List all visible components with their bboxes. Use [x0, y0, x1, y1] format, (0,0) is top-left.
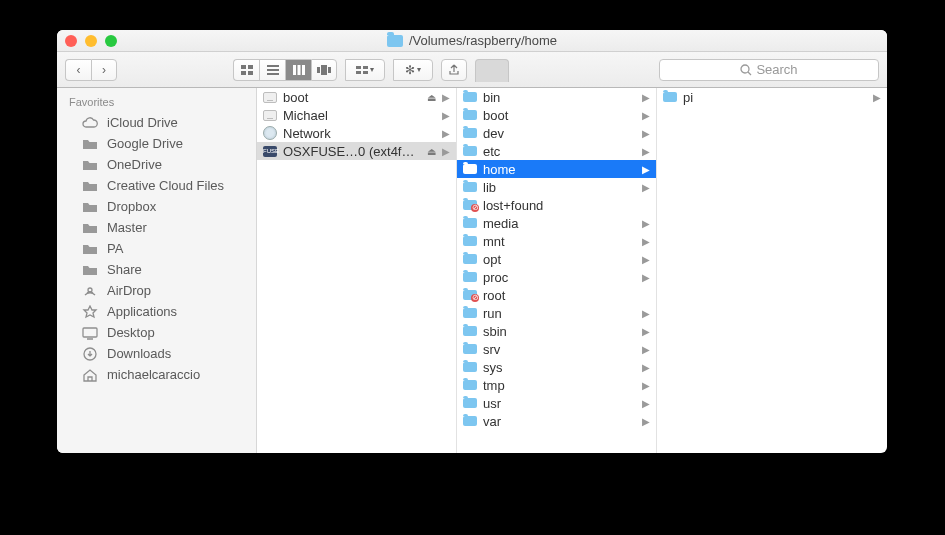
file-row[interactable]: proc▶	[457, 268, 656, 286]
window-controls	[65, 35, 117, 47]
fuse-icon: FUSE	[263, 146, 277, 157]
file-row[interactable]: etc▶	[457, 142, 656, 160]
tags-button[interactable]	[475, 59, 509, 82]
file-row[interactable]: run▶	[457, 304, 656, 322]
folder-icon	[463, 416, 477, 426]
close-button[interactable]	[65, 35, 77, 47]
sidebar-item-label: PA	[107, 241, 123, 256]
file-row[interactable]: home▶	[457, 160, 656, 178]
sidebar-item-icloud-drive[interactable]: iCloud Drive	[57, 112, 256, 133]
svg-rect-14	[363, 66, 368, 69]
file-label: pi	[683, 90, 867, 105]
toolbar: ‹ › ▾ ✻▾ Search	[57, 52, 887, 88]
file-row[interactable]: lib▶	[457, 178, 656, 196]
folder-icon	[663, 92, 677, 102]
view-icon-button[interactable]	[233, 59, 259, 81]
sidebar-section-header: Favorites	[57, 94, 256, 112]
chevron-right-icon: ▶	[642, 182, 650, 193]
sidebar-item-google-drive[interactable]: Google Drive	[57, 133, 256, 154]
chevron-right-icon: ▶	[642, 380, 650, 391]
folder-icon	[81, 221, 99, 235]
apps-icon	[81, 305, 99, 319]
eject-icon[interactable]: ⏏	[427, 146, 436, 157]
chevron-right-icon: ▶	[642, 326, 650, 337]
svg-rect-6	[267, 73, 279, 75]
sidebar-item-desktop[interactable]: Desktop	[57, 322, 256, 343]
svg-rect-15	[356, 71, 361, 74]
sidebar-item-label: OneDrive	[107, 157, 162, 172]
svg-rect-8	[297, 65, 300, 75]
file-row[interactable]: root	[457, 286, 656, 304]
file-label: sbin	[483, 324, 636, 339]
share-button[interactable]	[441, 59, 467, 81]
chevron-right-icon: ▶	[873, 92, 881, 103]
file-row[interactable]: dev▶	[457, 124, 656, 142]
desktop-icon	[81, 326, 99, 340]
sidebar: Favorites iCloud DriveGoogle DriveOneDri…	[57, 88, 257, 453]
file-row[interactable]: srv▶	[457, 340, 656, 358]
file-row[interactable]: opt▶	[457, 250, 656, 268]
file-row[interactable]: boot▶	[457, 106, 656, 124]
view-list-button[interactable]	[259, 59, 285, 81]
globe-icon	[263, 126, 277, 140]
sidebar-item-pa[interactable]: PA	[57, 238, 256, 259]
chevron-right-icon: ▶	[642, 362, 650, 373]
chevron-right-icon: ▶	[642, 236, 650, 247]
chevron-right-icon: ▶	[642, 218, 650, 229]
column-2[interactable]: pi▶	[657, 88, 887, 453]
minimize-button[interactable]	[85, 35, 97, 47]
file-row[interactable]: sbin▶	[457, 322, 656, 340]
column-0[interactable]: boot⏏▶Michael▶Network▶FUSEOSXFUSE…0 (ext…	[257, 88, 457, 453]
chevron-right-icon: ▶	[642, 128, 650, 139]
file-label: root	[483, 288, 650, 303]
file-label: boot	[483, 108, 636, 123]
file-row[interactable]: Network▶	[257, 124, 456, 142]
svg-line-18	[748, 72, 751, 75]
arrange-button[interactable]: ▾	[345, 59, 385, 81]
nav-buttons: ‹ ›	[65, 59, 117, 81]
folder-icon	[81, 137, 99, 151]
file-row[interactable]: mnt▶	[457, 232, 656, 250]
window-title: /Volumes/raspberry/home	[57, 33, 887, 48]
folder-icon	[463, 290, 477, 300]
file-row[interactable]: sys▶	[457, 358, 656, 376]
chevron-right-icon: ▶	[442, 146, 450, 157]
search-input[interactable]: Search	[659, 59, 879, 81]
folder-icon	[81, 200, 99, 214]
svg-rect-2	[241, 71, 246, 75]
file-row[interactable]: bin▶	[457, 88, 656, 106]
file-row[interactable]: boot⏏▶	[257, 88, 456, 106]
eject-icon[interactable]: ⏏	[427, 92, 436, 103]
sidebar-item-master[interactable]: Master	[57, 217, 256, 238]
file-row[interactable]: tmp▶	[457, 376, 656, 394]
chevron-right-icon: ▶	[642, 308, 650, 319]
sidebar-item-onedrive[interactable]: OneDrive	[57, 154, 256, 175]
file-label: home	[483, 162, 636, 177]
view-coverflow-button[interactable]	[311, 59, 337, 81]
sidebar-item-applications[interactable]: Applications	[57, 301, 256, 322]
sidebar-item-downloads[interactable]: Downloads	[57, 343, 256, 364]
file-row[interactable]: pi▶	[657, 88, 887, 106]
file-label: media	[483, 216, 636, 231]
sidebar-item-share[interactable]: Share	[57, 259, 256, 280]
sidebar-item-creative-cloud-files[interactable]: Creative Cloud Files	[57, 175, 256, 196]
zoom-button[interactable]	[105, 35, 117, 47]
file-row[interactable]: FUSEOSXFUSE…0 (ext4fuse)⏏▶	[257, 142, 456, 160]
file-row[interactable]: Michael▶	[257, 106, 456, 124]
action-button[interactable]: ✻▾	[393, 59, 433, 81]
folder-icon	[81, 179, 99, 193]
sidebar-item-michaelcaraccio[interactable]: michaelcaraccio	[57, 364, 256, 385]
view-column-button[interactable]	[285, 59, 311, 81]
sidebar-item-label: Master	[107, 220, 147, 235]
svg-rect-1	[248, 65, 253, 69]
file-row[interactable]: usr▶	[457, 394, 656, 412]
forward-button[interactable]: ›	[91, 59, 117, 81]
sidebar-item-airdrop[interactable]: AirDrop	[57, 280, 256, 301]
back-button[interactable]: ‹	[65, 59, 91, 81]
file-row[interactable]: media▶	[457, 214, 656, 232]
file-row[interactable]: var▶	[457, 412, 656, 430]
search-placeholder: Search	[756, 62, 797, 77]
file-row[interactable]: lost+found	[457, 196, 656, 214]
sidebar-item-dropbox[interactable]: Dropbox	[57, 196, 256, 217]
column-1[interactable]: bin▶boot▶dev▶etc▶home▶lib▶lost+foundmedi…	[457, 88, 657, 453]
